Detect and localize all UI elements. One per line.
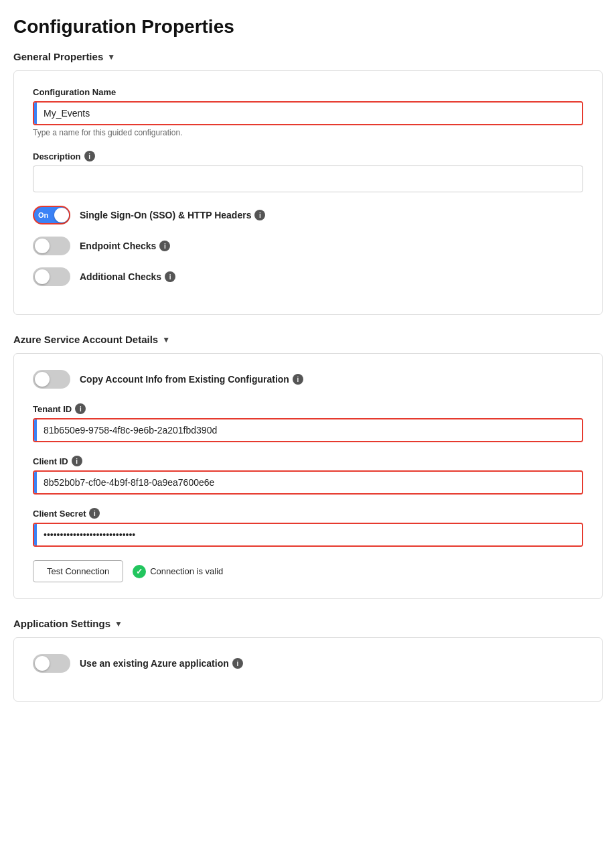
endpoint-checks-toggle[interactable]	[33, 237, 70, 255]
application-settings-card: Use an existing Azure application i	[13, 637, 603, 702]
general-properties-chevron: ▼	[107, 52, 115, 62]
connection-valid-text: Connection is valid	[150, 566, 223, 576]
general-properties-label: General Properties	[13, 51, 103, 62]
description-input[interactable]	[33, 166, 583, 192]
copy-account-toggle[interactable]	[33, 370, 70, 389]
client-id-input[interactable]	[37, 472, 582, 493]
config-name-hint: Type a name for this guided configuratio…	[33, 128, 583, 137]
tenant-id-group: Tenant ID i	[33, 403, 583, 442]
client-id-label: Client ID i	[33, 456, 583, 466]
test-connection-row: Test Connection ✓ Connection is valid	[33, 560, 583, 582]
client-secret-input[interactable]	[37, 524, 582, 545]
test-connection-button[interactable]: Test Connection	[33, 560, 123, 582]
endpoint-checks-info-icon: i	[159, 241, 170, 251]
client-secret-info-icon: i	[89, 508, 100, 519]
endpoint-checks-label: Endpoint Checks i	[80, 241, 170, 251]
check-icon: ✓	[133, 565, 146, 578]
additional-checks-toggle-row: Additional Checks i	[33, 267, 583, 286]
sso-toggle-knob	[54, 208, 69, 222]
sso-toggle-row: On Single Sign-On (SSO) & HTTP Headers i	[33, 206, 583, 224]
client-secret-label: Client Secret i	[33, 508, 583, 519]
client-id-group: Client ID i	[33, 456, 583, 495]
existing-app-toggle[interactable]	[33, 654, 70, 673]
sso-toggle[interactable]: On	[33, 206, 70, 224]
endpoint-checks-toggle-row: Endpoint Checks i	[33, 237, 583, 255]
copy-account-knob	[35, 372, 50, 387]
config-name-group: Configuration Name Type a name for this …	[33, 87, 583, 137]
azure-details-chevron: ▼	[162, 335, 170, 344]
additional-checks-label: Additional Checks i	[80, 271, 175, 282]
sso-info-icon: i	[254, 210, 265, 220]
sso-toggle-label: Single Sign-On (SSO) & HTTP Headers i	[80, 210, 265, 220]
tenant-id-info-icon: i	[75, 403, 86, 414]
tenant-id-input[interactable]	[37, 419, 582, 441]
description-label: Description i	[33, 151, 583, 161]
existing-app-toggle-row: Use an existing Azure application i	[33, 654, 583, 673]
client-secret-group: Client Secret i	[33, 508, 583, 547]
client-id-input-wrapper	[33, 470, 583, 495]
config-name-input-wrapper	[33, 101, 583, 125]
application-settings-chevron: ▼	[114, 619, 123, 629]
page-title: Configuration Properties	[13, 16, 603, 38]
azure-details-label: Azure Service Account Details	[13, 334, 158, 345]
copy-account-label: Copy Account Info from Existing Configur…	[80, 374, 303, 385]
sso-toggle-text: On	[38, 211, 48, 219]
copy-account-toggle-row: Copy Account Info from Existing Configur…	[33, 370, 583, 389]
existing-app-info-icon: i	[232, 658, 243, 669]
endpoint-checks-knob	[35, 239, 50, 253]
existing-app-label: Use an existing Azure application i	[80, 658, 243, 669]
copy-account-info-icon: i	[293, 374, 303, 385]
config-name-label: Configuration Name	[33, 87, 583, 97]
existing-app-knob	[35, 656, 50, 671]
client-id-info-icon: i	[72, 456, 82, 466]
azure-details-header[interactable]: Azure Service Account Details ▼	[13, 334, 603, 345]
additional-checks-knob	[35, 269, 50, 284]
general-properties-header[interactable]: General Properties ▼	[13, 51, 603, 62]
azure-details-card: Copy Account Info from Existing Configur…	[13, 353, 603, 599]
application-settings-header[interactable]: Application Settings ▼	[13, 618, 603, 629]
application-settings-label: Application Settings	[13, 618, 110, 629]
client-secret-input-wrapper	[33, 523, 583, 547]
tenant-id-input-wrapper	[33, 418, 583, 442]
description-info-icon: i	[84, 151, 95, 161]
config-name-input[interactable]	[37, 103, 582, 124]
connection-valid-status: ✓ Connection is valid	[133, 565, 223, 578]
tenant-id-label: Tenant ID i	[33, 403, 583, 414]
additional-checks-info-icon: i	[165, 271, 175, 282]
general-properties-card: Configuration Name Type a name for this …	[13, 70, 603, 315]
description-group: Description i	[33, 151, 583, 192]
additional-checks-toggle[interactable]	[33, 267, 70, 286]
